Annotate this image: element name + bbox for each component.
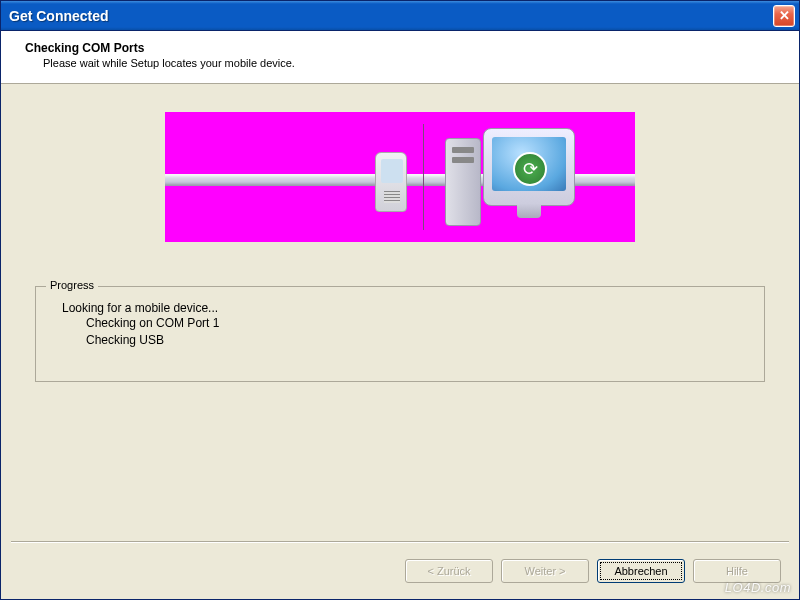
close-button[interactable]: ✕ <box>773 5 795 27</box>
content-area: ⟳ Progress Looking for a mobile device..… <box>1 112 799 382</box>
page-subtitle: Please wait while Setup locates your mob… <box>25 57 775 69</box>
status-message: Looking for a mobile device... <box>52 301 748 315</box>
header-panel: Checking COM Ports Please wait while Set… <box>1 31 799 84</box>
window-title: Get Connected <box>9 8 109 24</box>
cancel-button[interactable]: Abbrechen <box>597 559 685 583</box>
monitor-stand <box>517 204 541 218</box>
progress-group: Progress Looking for a mobile device... … <box>35 286 765 382</box>
connection-illustration: ⟳ <box>165 112 635 242</box>
wizard-window: Get Connected ✕ Checking COM Ports Pleas… <box>0 0 800 600</box>
mobile-phone-icon <box>375 152 407 212</box>
back-button[interactable]: < Zurück <box>405 559 493 583</box>
next-button[interactable]: Weiter > <box>501 559 589 583</box>
progress-legend: Progress <box>46 279 98 291</box>
tower-icon <box>445 138 481 226</box>
help-button[interactable]: Hilfe <box>693 559 781 583</box>
page-title: Checking COM Ports <box>25 41 775 55</box>
status-step: Checking on COM Port 1 <box>52 315 748 332</box>
close-icon: ✕ <box>779 8 790 23</box>
separator <box>11 541 789 543</box>
divider <box>423 124 424 230</box>
sync-icon: ⟳ <box>513 152 547 186</box>
titlebar: Get Connected ✕ <box>1 1 799 31</box>
status-step: Checking USB <box>52 332 748 349</box>
button-row: < Zurück Weiter > Abbrechen Hilfe <box>405 559 781 583</box>
computer-icon: ⟳ <box>445 128 575 228</box>
